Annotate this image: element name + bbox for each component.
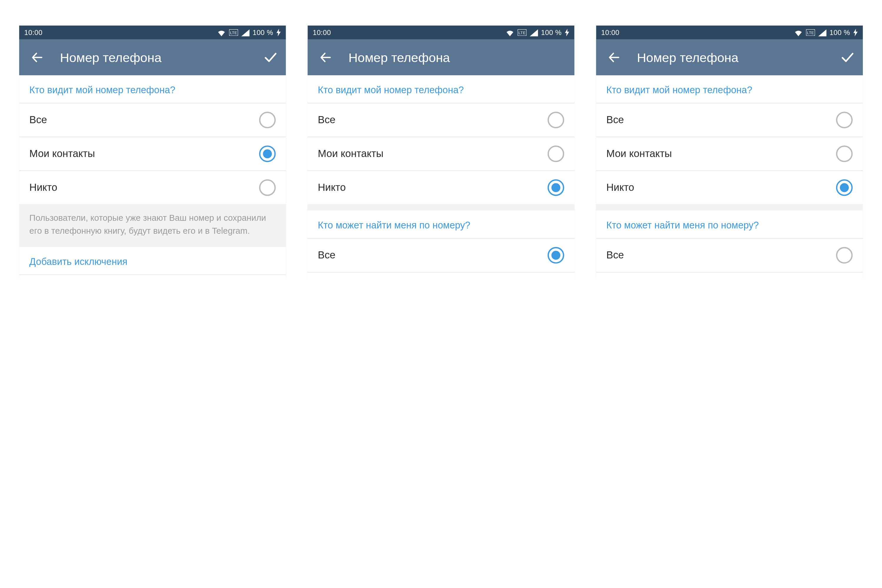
radio-option[interactable]: Мои контакты: [596, 137, 862, 171]
status-bar: 10:00 LTE 100 %: [308, 26, 574, 40]
section-header: Кто видит мой номер телефона?: [596, 75, 862, 103]
radio-option[interactable]: Никто: [19, 171, 286, 204]
svg-marker-16: [854, 29, 858, 36]
settings-section: Кто может найти меня по номеру? Все Мои …: [596, 210, 862, 279]
wifi-icon: [794, 29, 802, 36]
radio-label: Никто: [29, 182, 259, 194]
back-button[interactable]: [605, 48, 623, 66]
radio-label: Мои контакты: [606, 148, 836, 160]
radio-option[interactable]: Все: [19, 103, 286, 136]
radio-indicator: [836, 247, 853, 263]
page-title: Номер телефона: [60, 50, 248, 64]
radio-label: Все: [318, 250, 548, 261]
phone-screen-2: 10:00 LTE 100 % Номер телефона Кто видит…: [596, 26, 862, 279]
radio-indicator: [836, 179, 853, 196]
radio-label: Все: [606, 250, 836, 261]
settings-section: Кто видит мой номер телефона? Все Мои ко…: [19, 75, 286, 204]
section-header: Кто видит мой номер телефона?: [19, 75, 286, 103]
radio-option[interactable]: Все: [596, 238, 862, 272]
status-time: 10:00: [313, 29, 331, 36]
radio-indicator: [548, 247, 564, 263]
radio-indicator: [259, 179, 276, 196]
section-footer-note: Пользователи, которые уже знают Ваш номе…: [19, 204, 286, 247]
lte-icon: LTE: [518, 29, 526, 36]
signal-icon: [530, 29, 538, 36]
radio-label: Мои контакты: [29, 148, 259, 160]
app-bar: Номер телефона: [19, 40, 286, 75]
confirm-button[interactable]: [838, 48, 856, 66]
status-bar: 10:00 LTE 100 %: [596, 26, 862, 40]
charging-icon: [853, 29, 858, 36]
back-button[interactable]: [28, 48, 46, 66]
radio-indicator: [836, 112, 853, 128]
status-time: 10:00: [24, 29, 42, 36]
status-battery: 100 %: [541, 29, 561, 36]
charging-icon: [565, 29, 569, 36]
radio-label: Все: [29, 114, 259, 126]
radio-indicator: [836, 146, 853, 162]
radio-option[interactable]: Все: [308, 103, 574, 136]
back-button[interactable]: [316, 48, 334, 66]
page-title: Номер телефона: [348, 50, 568, 64]
lte-icon: LTE: [806, 29, 814, 36]
radio-option[interactable]: Никто: [308, 171, 574, 204]
radio-indicator: [548, 179, 564, 196]
svg-marker-4: [276, 29, 280, 36]
settings-section: Кто видит мой номер телефона? Все Мои ко…: [596, 75, 862, 204]
settings-section: Кто может найти меня по номеру? Все Мои …: [308, 210, 574, 279]
radio-label: Никто: [318, 182, 548, 194]
section-header: Кто может найти меня по номеру?: [596, 210, 862, 238]
radio-label: Все: [318, 114, 548, 126]
page-title: Номер телефона: [637, 50, 824, 64]
status-battery: 100 %: [252, 29, 273, 36]
section-header: Кто может найти меня по номеру?: [308, 210, 574, 238]
radio-option[interactable]: Все: [596, 103, 862, 136]
status-battery: 100 %: [830, 29, 850, 36]
radio-indicator: [548, 112, 564, 128]
status-time: 10:00: [601, 29, 620, 36]
app-bar: Номер телефона: [596, 40, 862, 75]
radio-option[interactable]: Никто: [596, 171, 862, 204]
radio-label: Мои контакты: [318, 148, 548, 160]
section-header: Добавить исключения: [19, 247, 286, 274]
charging-icon: [276, 29, 281, 36]
radio-label: Все: [606, 114, 836, 126]
svg-marker-10: [565, 29, 569, 36]
phone-screen-1: 10:00 LTE 100 % Номер телефона Кто видит…: [308, 26, 574, 279]
phone-screen-0: 10:00 LTE 100 % Номер телефона Кто видит…: [19, 26, 286, 279]
svg-text:LTE: LTE: [518, 31, 525, 35]
wifi-icon: [506, 29, 514, 36]
radio-indicator: [548, 146, 564, 162]
svg-text:LTE: LTE: [807, 31, 814, 35]
section-header: Кто видит мой номер телефона?: [308, 75, 574, 103]
svg-text:LTE: LTE: [230, 31, 237, 35]
radio-indicator: [259, 112, 276, 128]
radio-option[interactable]: Мои контакты: [19, 137, 286, 171]
signal-icon: [241, 29, 249, 36]
radio-option[interactable]: Мои контакты: [308, 272, 574, 279]
status-bar: 10:00 LTE 100 %: [19, 26, 286, 40]
radio-option[interactable]: Мои контакты: [308, 137, 574, 171]
signal-icon: [818, 29, 826, 36]
lte-icon: LTE: [229, 29, 238, 36]
radio-indicator: [259, 146, 276, 162]
radio-option[interactable]: Мои контакты: [596, 272, 862, 279]
exception-row[interactable]: Всегда разрешать 11 пользователей: [19, 274, 286, 279]
wifi-icon: [217, 29, 226, 36]
radio-label: Никто: [606, 182, 836, 194]
settings-section: Кто видит мой номер телефона? Все Мои ко…: [308, 75, 574, 204]
confirm-button[interactable]: [262, 48, 280, 66]
radio-option[interactable]: Все: [308, 238, 574, 272]
exceptions-section: Добавить исключения Всегда разрешать 11 …: [19, 247, 286, 279]
app-bar: Номер телефона: [308, 40, 574, 75]
